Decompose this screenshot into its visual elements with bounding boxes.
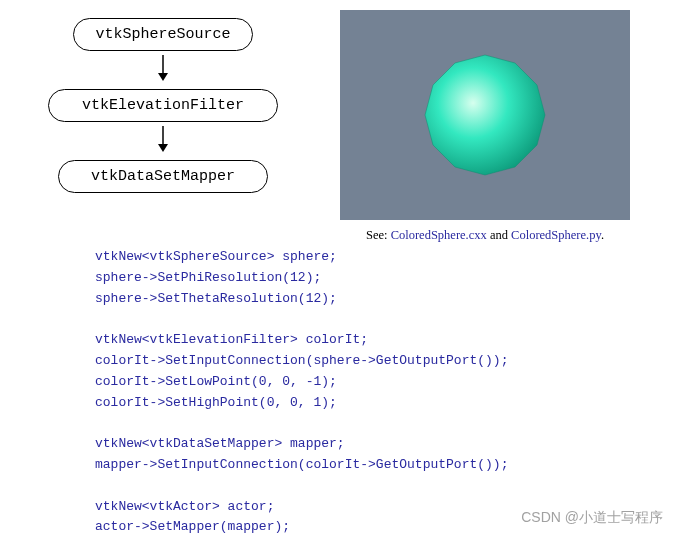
see-and: and — [487, 228, 511, 242]
arrow-down-icon — [153, 124, 173, 154]
code-line: vtkNew<vtkDataSetMapper> mapper; — [95, 436, 345, 451]
see-also-line: See: ColoredSphere.cxx and ColoredSphere… — [340, 228, 630, 243]
code-line: colorIt->SetHighPoint(0, 0, 1); — [95, 395, 337, 410]
svg-marker-3 — [158, 144, 168, 152]
watermark: CSDN @小道士写程序 — [521, 509, 663, 527]
arrow-down-icon — [153, 53, 173, 83]
pipeline-diagram: vtkSphereSource vtkElevationFilter vtkDa… — [18, 10, 308, 193]
code-line: sphere->SetThetaResolution(12); — [95, 291, 337, 306]
see-suffix: . — [601, 228, 604, 242]
pipeline-box-dataset-mapper: vtkDataSetMapper — [58, 160, 268, 193]
code-line: actor->SetMapper(mapper); — [95, 519, 290, 534]
code-line: vtkNew<vtkElevationFilter> colorIt; — [95, 332, 368, 347]
link-colored-sphere-cxx[interactable]: ColoredSphere.cxx — [391, 228, 487, 242]
code-listing: vtkNew<vtkSphereSource> sphere; sphere->… — [0, 247, 675, 538]
arrow-2 — [18, 124, 308, 158]
code-line: mapper->SetInputConnection(colorIt->GetO… — [95, 457, 508, 472]
code-line: vtkNew<vtkActor> actor; — [95, 499, 274, 514]
render-viewport — [340, 10, 630, 220]
svg-marker-4 — [425, 55, 545, 175]
svg-marker-1 — [158, 73, 168, 81]
code-line: vtkNew<vtkSphereSource> sphere; — [95, 249, 337, 264]
code-line: colorIt->SetLowPoint(0, 0, -1); — [95, 374, 337, 389]
link-colored-sphere-py[interactable]: ColoredSphere.py — [511, 228, 601, 242]
code-line: colorIt->SetInputConnection(sphere->GetO… — [95, 353, 508, 368]
preview-panel: See: ColoredSphere.cxx and ColoredSphere… — [340, 10, 630, 243]
top-section: vtkSphereSource vtkElevationFilter vtkDa… — [0, 0, 675, 243]
pipeline-box-elevation-filter: vtkElevationFilter — [48, 89, 278, 122]
arrow-1 — [18, 53, 308, 87]
sphere-render-icon — [415, 45, 555, 185]
see-prefix: See: — [366, 228, 391, 242]
pipeline-box-sphere-source: vtkSphereSource — [73, 18, 253, 51]
code-line: sphere->SetPhiResolution(12); — [95, 270, 321, 285]
